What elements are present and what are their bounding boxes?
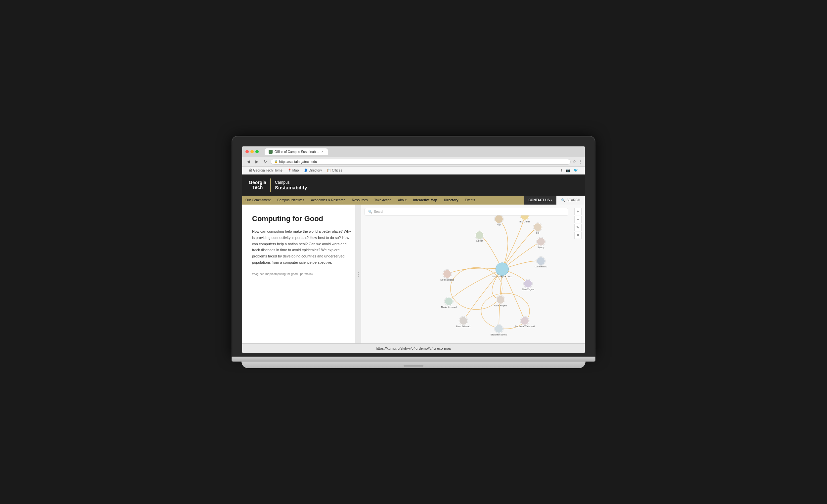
zoom-in-button[interactable]: + xyxy=(574,208,582,215)
monica-label: Monica Holka xyxy=(440,279,454,281)
back-button[interactable]: ◀ xyxy=(245,158,251,165)
topbar-directory[interactable]: 👤 Directory xyxy=(304,169,322,172)
lori-avatar xyxy=(537,257,544,265)
laptop-notch xyxy=(403,365,424,367)
edit-button[interactable]: ✎ xyxy=(574,224,582,231)
browser-chrome: Office of Campus Sustainabi... ✕ ◀ ▶ ↻ 🔒… xyxy=(242,147,585,167)
maximize-button[interactable] xyxy=(255,150,259,153)
rebecca-avatar xyxy=(521,317,529,325)
article-link[interactable]: #c4g-eco-map/computing-for-good | permal… xyxy=(252,272,351,276)
divider-dot xyxy=(358,276,359,277)
divider-dot xyxy=(358,272,359,273)
elizabeth-avatar xyxy=(495,325,502,332)
laptop-bottom-bezel xyxy=(232,357,595,361)
clipboard-icon: 📋 xyxy=(327,169,331,172)
close-button[interactable] xyxy=(245,150,249,153)
person-icon: 👤 xyxy=(304,169,308,172)
twitter-icon[interactable]: 🐦 xyxy=(574,168,578,172)
screen-bezel: Office of Campus Sustainabi... ✕ ◀ ▶ ↻ 🔒… xyxy=(232,136,595,357)
kumu-map-panel[interactable]: 🔍 Search + − ✎ ≡ xyxy=(361,205,585,343)
siyang-label: Siyang xyxy=(538,246,544,249)
logo-gt-text: GeorgiaTech xyxy=(249,180,266,190)
nav-about[interactable]: About xyxy=(395,195,410,205)
nav-events[interactable]: Events xyxy=(462,195,479,205)
browser-tab[interactable]: Office of Campus Sustainabi... ✕ xyxy=(264,149,328,155)
screen: Office of Campus Sustainabi... ✕ ◀ ▶ ↻ 🔒… xyxy=(242,147,585,353)
laptop-base xyxy=(241,361,586,368)
topbar-links: 🏛 Georgia Tech Home 📍 Map 👤 Directory 📋 … xyxy=(249,169,342,172)
nav-our-commitment[interactable]: Our Commitment xyxy=(242,195,274,205)
center-node-circle[interactable] xyxy=(495,263,508,276)
browser-toolbar: ◀ ▶ ↻ 🔒 https://sustain.gatech.edu ☆ ⋮ xyxy=(242,157,585,166)
baim-label: Baim Schmatz xyxy=(456,325,471,328)
nav-resources[interactable]: Resources xyxy=(349,195,371,205)
search-icon: 🔍 xyxy=(561,198,565,202)
article-body: How can computing help make the world a … xyxy=(252,228,351,265)
map-search-icon: 🔍 xyxy=(368,210,372,214)
browser-titlebar: Office of Campus Sustainabi... ✕ xyxy=(242,147,585,157)
browser-actions: ☆ ⋮ xyxy=(573,159,582,164)
siyang-avatar xyxy=(537,238,544,245)
minimize-button[interactable] xyxy=(250,150,254,153)
anne-avatar xyxy=(496,296,504,303)
nav-search[interactable]: 🔍 SEARCH xyxy=(556,195,585,205)
zoom-out-button[interactable]: − xyxy=(574,216,582,223)
anne-label: Anne Rogers xyxy=(494,304,507,307)
bookmark-icon[interactable]: ☆ xyxy=(573,159,576,164)
map-search-bar[interactable]: 🔍 Search xyxy=(364,208,568,216)
nav-directory[interactable]: Directory xyxy=(441,195,462,205)
lock-icon: 🔒 xyxy=(274,160,278,163)
traffic-lights xyxy=(245,150,259,153)
menu-button[interactable]: ≡ xyxy=(574,232,582,239)
site-logo[interactable]: GeorgiaTech Campus Sustainability xyxy=(249,178,307,192)
aryi-label: Aryi xyxy=(497,223,501,226)
nav-interactive-map[interactable]: Interactive Map xyxy=(410,195,441,205)
laptop-frame: Office of Campus Sustainabi... ✕ ◀ ▶ ↻ 🔒… xyxy=(232,136,595,368)
logo-campus-text: Campus Sustainability xyxy=(275,180,307,190)
address-bar[interactable]: 🔒 https://sustain.gatech.edu xyxy=(271,159,571,165)
url-display-text: https://kumu.io/skihyy/c4g-demo#c4g-eco-… xyxy=(376,346,451,350)
topbar-social: f 📷 🐦 xyxy=(561,168,578,172)
topbar-map[interactable]: 📍 Map xyxy=(287,169,299,172)
topbar-gt-home-label: Georgia Tech Home xyxy=(253,169,283,172)
refresh-button[interactable]: ↻ xyxy=(262,158,269,165)
url-text: https://sustain.gatech.edu xyxy=(279,160,317,164)
site-header: GeorgiaTech Campus Sustainability xyxy=(242,174,585,195)
facebook-icon[interactable]: f xyxy=(561,168,563,172)
topbar-directory-label: Directory xyxy=(309,169,322,172)
main-content: ✕ Computing for Good How can computing h… xyxy=(242,205,585,343)
ellen-label: Ellen Zegura xyxy=(522,288,535,291)
menu-icon[interactable]: ⋮ xyxy=(578,159,582,164)
nav-contact-us[interactable]: CONTACT US › xyxy=(524,195,556,205)
logo-divider xyxy=(270,178,271,192)
tab-close-icon[interactable]: ✕ xyxy=(321,150,324,153)
forward-button[interactable]: ▶ xyxy=(253,158,260,165)
main-navigation: Our Commitment Campus Initiatives Academ… xyxy=(242,195,585,205)
lori-label: Lori Navarro xyxy=(535,265,547,268)
xiaojin-label: Xiaojin xyxy=(476,240,483,242)
topbar-offices[interactable]: 📋 Offices xyxy=(327,169,342,172)
nav-academics-research[interactable]: Academics & Research xyxy=(308,195,349,205)
nav-take-action[interactable]: Take Action xyxy=(371,195,395,205)
fei-label: Fei xyxy=(536,232,540,234)
divider-dot xyxy=(358,274,359,275)
article-panel: ✕ Computing for Good How can computing h… xyxy=(242,205,361,343)
bixi-label: Bixi Gritter xyxy=(519,220,530,223)
baim-avatar xyxy=(459,317,467,325)
cluster-ellipse-left xyxy=(450,267,502,309)
site-topbar: 🏛 Georgia Tech Home 📍 Map 👤 Directory 📋 … xyxy=(242,167,585,174)
nav-search-label: SEARCH xyxy=(566,198,580,202)
nicole-label: Nicole Kennard xyxy=(441,306,456,309)
instagram-icon[interactable]: 📷 xyxy=(566,168,570,172)
nicole-avatar xyxy=(445,297,452,305)
topbar-offices-label: Offices xyxy=(332,169,342,172)
map-pin-icon: 📍 xyxy=(287,169,291,172)
ellen-avatar xyxy=(524,280,532,287)
nav-campus-initiatives[interactable]: Campus Initiatives xyxy=(274,195,308,205)
fei-avatar xyxy=(534,223,541,231)
kumu-network-svg: Computing for Good Aryi Bixi Gritter xyxy=(361,205,585,343)
arc-center-bixi xyxy=(502,216,525,269)
topbar-gt-home[interactable]: 🏛 Georgia Tech Home xyxy=(249,169,283,172)
tab-favicon xyxy=(269,150,273,154)
home-icon: 🏛 xyxy=(249,169,252,172)
